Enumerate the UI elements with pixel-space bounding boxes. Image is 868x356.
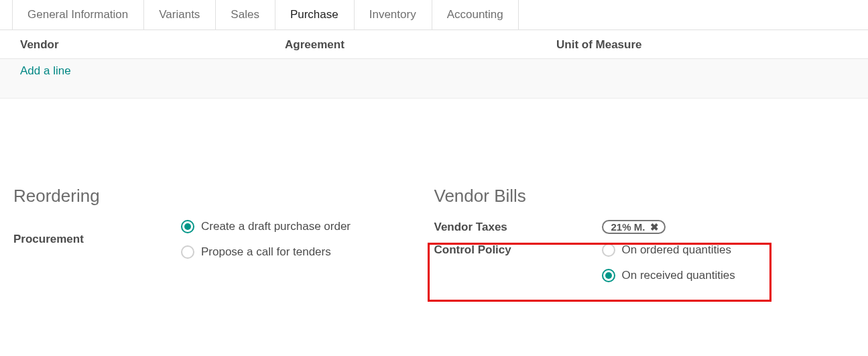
radio-label: Create a draft purchase order xyxy=(201,220,351,233)
column-uom: Unit of Measure xyxy=(556,38,848,52)
tab-inventory[interactable]: Inventory xyxy=(354,0,432,29)
reordering-title: Reordering xyxy=(13,186,434,206)
radio-icon xyxy=(602,269,615,282)
tab-variants[interactable]: Variants xyxy=(143,0,215,29)
vendor-taxes-field: Vendor Taxes 21% M. ✖ xyxy=(434,220,855,234)
tab-purchase[interactable]: Purchase xyxy=(275,0,354,29)
radio-icon xyxy=(181,220,194,233)
tab-sales[interactable]: Sales xyxy=(215,0,275,29)
reordering-section: Reordering Procurement Create a draft pu… xyxy=(13,186,434,294)
control-policy-option-received[interactable]: On received quantities xyxy=(602,269,855,282)
vendor-table-body: Add a line xyxy=(0,58,868,99)
control-policy-radio-group: On ordered quantities On received quanti… xyxy=(602,243,855,282)
radio-icon xyxy=(181,245,194,259)
vendor-taxes-label: Vendor Taxes xyxy=(434,221,602,234)
lower-sections: Reordering Procurement Create a draft pu… xyxy=(0,186,868,294)
procurement-radio-group: Create a draft purchase order Propose a … xyxy=(181,220,434,259)
vendor-table-header: Vendor Agreement Unit of Measure xyxy=(0,30,868,58)
control-policy-option-ordered[interactable]: On ordered quantities xyxy=(602,243,855,257)
spacer xyxy=(0,99,868,186)
procurement-option-call-for-tenders[interactable]: Propose a call for tenders xyxy=(181,245,434,259)
procurement-option-draft-po[interactable]: Create a draft purchase order xyxy=(181,220,434,233)
procurement-field: Procurement Create a draft purchase orde… xyxy=(13,220,434,259)
tag-text: 21% M. xyxy=(611,221,645,233)
tab-general-information[interactable]: General Information xyxy=(12,0,143,29)
radio-label: On ordered quantities xyxy=(622,243,732,257)
vendor-bills-section: Vendor Bills Vendor Taxes 21% M. ✖ Contr… xyxy=(434,186,855,294)
tabs-bar: General Information Variants Sales Purch… xyxy=(0,0,868,30)
close-icon[interactable]: ✖ xyxy=(650,222,659,232)
radio-label: Propose a call for tenders xyxy=(201,245,331,259)
radio-icon xyxy=(602,243,615,257)
vendor-taxes-value: 21% M. ✖ xyxy=(602,220,855,234)
column-vendor: Vendor xyxy=(20,38,285,52)
radio-label: On received quantities xyxy=(622,269,735,282)
tab-accounting[interactable]: Accounting xyxy=(432,0,519,29)
column-agreement: Agreement xyxy=(285,38,556,52)
procurement-label: Procurement xyxy=(13,233,181,246)
vendor-tax-tag[interactable]: 21% M. ✖ xyxy=(602,220,666,234)
control-policy-field: Control Policy On ordered quantities On … xyxy=(434,243,855,282)
control-policy-label: Control Policy xyxy=(434,243,602,257)
add-a-line-link[interactable]: Add a line xyxy=(20,64,71,77)
vendor-bills-title: Vendor Bills xyxy=(434,186,855,206)
